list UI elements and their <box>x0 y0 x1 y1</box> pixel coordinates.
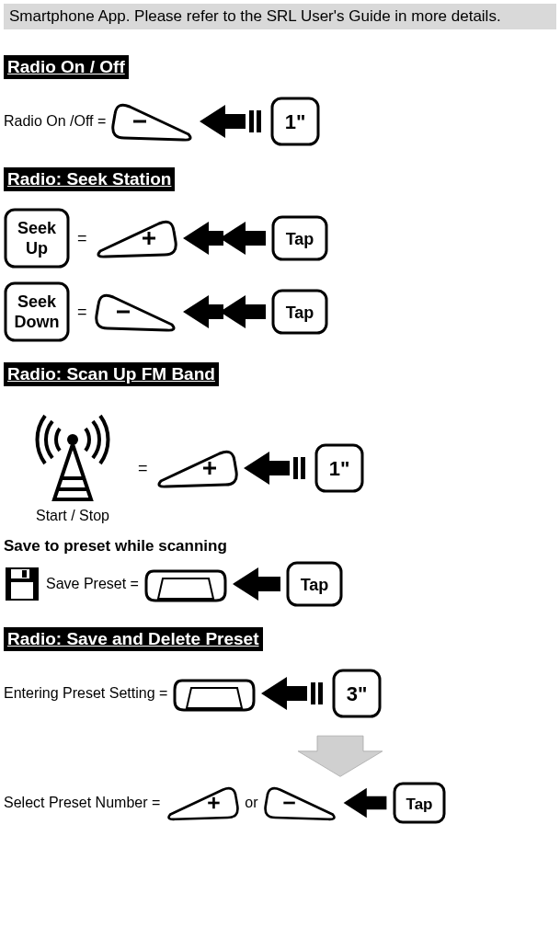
plus-button-icon <box>155 448 238 488</box>
row-select-preset: Select Preset Number = or Tap <box>4 782 556 824</box>
label-select-preset: Select Preset Number = <box>4 795 160 811</box>
svg-text:Tap: Tap <box>301 576 329 594</box>
down-arrow-block <box>123 732 556 778</box>
label-save-preset: Save Preset = <box>46 576 139 592</box>
duration-key-icon: 1" <box>314 442 365 494</box>
tap-key-icon: Tap <box>271 215 328 261</box>
tap-arrow-icon <box>233 566 280 602</box>
center-button-icon <box>144 564 227 604</box>
svg-text:Tap: Tap <box>406 796 432 813</box>
double-arrow-icon <box>183 293 266 330</box>
svg-text:Down: Down <box>15 313 60 331</box>
duration-key-icon: 3" <box>331 668 383 719</box>
minus-button-icon <box>111 101 194 142</box>
hold-arrow-icon <box>244 450 308 487</box>
row-enter-preset: Entering Preset Setting = 3" <box>4 668 556 719</box>
plus-button-icon <box>166 784 239 821</box>
label-radio-on-off: Radio On /Off = <box>4 113 106 130</box>
duration-key-icon: 1" <box>269 96 321 147</box>
equals: = <box>138 459 148 478</box>
duration-text: 1" <box>285 110 306 133</box>
header-seek: Radio: Seek Station <box>4 167 175 191</box>
svg-text:3": 3" <box>347 682 368 705</box>
row-radio-on-off: Radio On /Off = 1" <box>4 96 556 147</box>
svg-text:Seek: Seek <box>17 292 57 311</box>
row-scan: Start / Stop = 1" <box>4 412 556 524</box>
tap-key-icon: Tap <box>286 561 343 607</box>
svg-text:Seek: Seek <box>17 219 57 237</box>
svg-text:Up: Up <box>26 239 48 258</box>
tap-arrow-icon <box>343 786 387 819</box>
seek-down-box-icon: Seek Down <box>4 281 70 342</box>
double-arrow-icon <box>183 220 266 257</box>
seek-up-box-icon: Seek Up <box>4 208 70 269</box>
hold-arrow-icon <box>200 103 264 140</box>
subhead-save-preset: Save to preset while scanning <box>4 537 556 555</box>
plus-button-icon <box>95 218 177 258</box>
label-enter-preset: Entering Preset Setting = <box>4 685 167 702</box>
svg-text:1": 1" <box>328 457 349 480</box>
header-scan: Radio: Scan Up FM Band <box>4 362 219 386</box>
equals: = <box>77 303 87 322</box>
antenna-icon <box>22 412 123 504</box>
center-button-icon <box>173 673 256 714</box>
tap-key-icon: Tap <box>271 289 328 335</box>
minus-button-icon <box>95 292 177 332</box>
header-preset: Radio: Save and Delete Preset <box>4 627 263 651</box>
tap-key-icon: Tap <box>393 782 446 824</box>
floppy-icon <box>4 566 40 602</box>
row-seek-up: Seek Up = Tap <box>4 208 556 269</box>
hold-arrow-icon <box>261 675 326 712</box>
equals: = <box>77 229 87 248</box>
down-arrow-icon <box>285 732 395 778</box>
svg-text:Tap: Tap <box>285 230 314 248</box>
svg-text:Tap: Tap <box>285 303 314 322</box>
row-save-preset: Save Preset = Tap <box>4 561 556 607</box>
or-text: or <box>245 795 257 811</box>
minus-button-icon <box>264 784 337 821</box>
row-seek-down: Seek Down = Tap <box>4 281 556 342</box>
header-radio-on-off: Radio On / Off <box>4 55 129 79</box>
scan-caption: Start / Stop <box>36 508 109 524</box>
top-note: Smartphone App. Please refer to the SRL … <box>4 4 556 29</box>
